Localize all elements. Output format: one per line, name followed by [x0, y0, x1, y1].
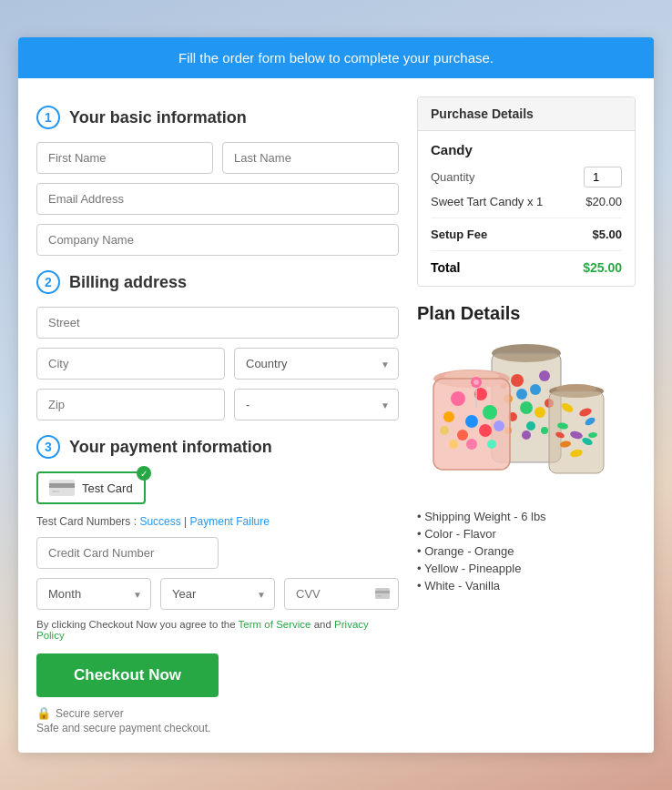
svg-point-35 — [494, 420, 504, 431]
month-select-wrapper: Month 01020304 05060708 09101112 — [36, 578, 151, 610]
last-name-input[interactable] — [222, 142, 399, 174]
svg-rect-4 — [375, 591, 390, 593]
line-item-price: $20.00 — [585, 195, 622, 208]
street-input[interactable] — [36, 307, 399, 339]
svg-point-13 — [520, 401, 533, 414]
svg-point-34 — [440, 426, 449, 435]
purchase-details-body: Candy Quantity Sweet Tart Candy x 1 $20.… — [418, 131, 635, 286]
purchase-details-header: Purchase Details — [418, 97, 635, 131]
cc-number-input[interactable] — [36, 537, 219, 569]
state-select[interactable]: - — [234, 389, 399, 420]
bullet-2: Orange - Orange — [417, 544, 636, 558]
candy-jars-svg — [417, 335, 636, 499]
year-select-wrapper: Year 2024202520262027 — [160, 578, 275, 610]
payment-failure-link[interactable]: Payment Failure — [190, 515, 270, 528]
secure-desc-line: Safe and secure payment checkout. — [36, 722, 399, 734]
section1-header: 1 Your basic information — [36, 106, 399, 129]
zip-state-row: - — [36, 389, 399, 420]
terms-link[interactable]: Term of Service — [239, 619, 311, 630]
left-panel: 1 Your basic information 2 Billing addre… — [36, 96, 399, 734]
section2-title: Billing address — [69, 273, 187, 292]
main-content: 1 Your basic information 2 Billing addre… — [18, 78, 654, 753]
svg-rect-1 — [49, 483, 75, 488]
cvv-card-icon — [375, 587, 390, 602]
year-select[interactable]: Year 2024202520262027 — [160, 578, 275, 610]
cvv-row: Month 01020304 05060708 09101112 Year 20… — [36, 578, 399, 610]
credit-card-icon — [49, 480, 75, 496]
svg-point-16 — [526, 421, 535, 430]
top-banner: Fill the order form below to complete yo… — [18, 37, 654, 78]
svg-point-15 — [535, 407, 545, 418]
svg-point-37 — [449, 440, 458, 449]
svg-point-29 — [443, 411, 454, 422]
svg-point-32 — [457, 430, 468, 441]
zip-input[interactable] — [36, 389, 225, 420]
secure-server-text: Secure server — [56, 707, 124, 720]
street-row — [36, 307, 399, 339]
setup-fee-price: $5.00 — [592, 228, 622, 241]
state-select-wrapper: - — [234, 389, 399, 420]
total-price: $25.00 — [583, 260, 622, 275]
svg-point-12 — [539, 370, 550, 381]
plan-details-title: Plan Details — [417, 303, 636, 324]
svg-point-22 — [541, 427, 548, 434]
bullet-1: Color - Flavor — [417, 527, 636, 541]
plan-bullets: Shipping Weight - 6 lbs Color - Flavor O… — [417, 510, 636, 592]
secure-server-line: 🔒 Secure server — [36, 706, 399, 720]
month-select[interactable]: Month 01020304 05060708 09101112 — [36, 578, 151, 610]
test-card-option[interactable]: Test Card ✓ — [36, 471, 146, 504]
quantity-label: Quantity — [431, 170, 474, 184]
city-country-row: Country — [36, 348, 399, 380]
section3-number: 3 — [36, 435, 60, 459]
country-select-wrapper: Country — [234, 348, 399, 380]
bullet-0: Shipping Weight - 6 lbs — [417, 510, 636, 523]
email-input[interactable] — [36, 183, 399, 215]
total-row: Total $25.00 — [431, 260, 622, 275]
candy-jars-image — [417, 335, 636, 499]
bullet-3: Yellow - Pineapple — [417, 562, 636, 575]
svg-point-31 — [465, 415, 478, 428]
check-badge: ✓ — [137, 466, 151, 481]
purchase-details-box: Purchase Details Candy Quantity Sweet Ta… — [417, 96, 636, 287]
test-card-numbers: Test Card Numbers : Success | Payment Fa… — [36, 515, 399, 528]
bullet-4: White - Vanilla — [417, 579, 636, 592]
right-panel: Purchase Details Candy Quantity Sweet Ta… — [417, 96, 636, 734]
city-input[interactable] — [36, 348, 225, 380]
svg-rect-2 — [52, 491, 59, 492]
product-name: Candy — [431, 142, 622, 157]
total-label: Total — [431, 260, 460, 275]
checkout-button[interactable]: Checkout Now — [36, 653, 219, 697]
country-select[interactable]: Country — [234, 348, 399, 380]
svg-point-19 — [516, 389, 527, 400]
svg-point-9 — [511, 374, 524, 387]
cc-row — [36, 537, 399, 569]
lock-icon: 🔒 — [36, 706, 51, 720]
cvv-wrapper — [284, 578, 399, 610]
section1-number: 1 — [36, 106, 60, 129]
svg-rect-5 — [377, 595, 382, 597]
svg-point-33 — [479, 424, 492, 437]
section2-number: 2 — [36, 270, 60, 294]
company-row — [36, 224, 399, 256]
checkout-page: Fill the order form below to complete yo… — [18, 37, 654, 753]
svg-point-20 — [522, 430, 531, 440]
quantity-input[interactable] — [584, 167, 622, 187]
section2-header: 2 Billing address — [36, 270, 399, 294]
quantity-row: Quantity — [431, 167, 622, 187]
setup-fee-label: Setup Fee — [431, 228, 487, 241]
svg-point-10 — [530, 384, 541, 395]
line-item-label: Sweet Tart Candy x 1 — [431, 195, 543, 208]
name-row — [36, 142, 399, 174]
success-link[interactable]: Success — [139, 515, 180, 528]
secure-section: 🔒 Secure server Safe and secure payment … — [36, 706, 399, 734]
svg-point-30 — [483, 405, 497, 420]
svg-point-41 — [473, 380, 479, 385]
test-card-label: Test Card — [82, 481, 133, 495]
terms-text: By clicking Checkout Now you agree to th… — [36, 619, 399, 641]
first-name-input[interactable] — [36, 142, 213, 174]
section3-title: Your payment information — [69, 438, 272, 457]
company-input[interactable] — [36, 224, 399, 256]
setup-fee-row: Setup Fee $5.00 — [431, 228, 622, 251]
svg-point-27 — [451, 391, 465, 406]
section3-header: 3 Your payment information — [36, 435, 399, 459]
